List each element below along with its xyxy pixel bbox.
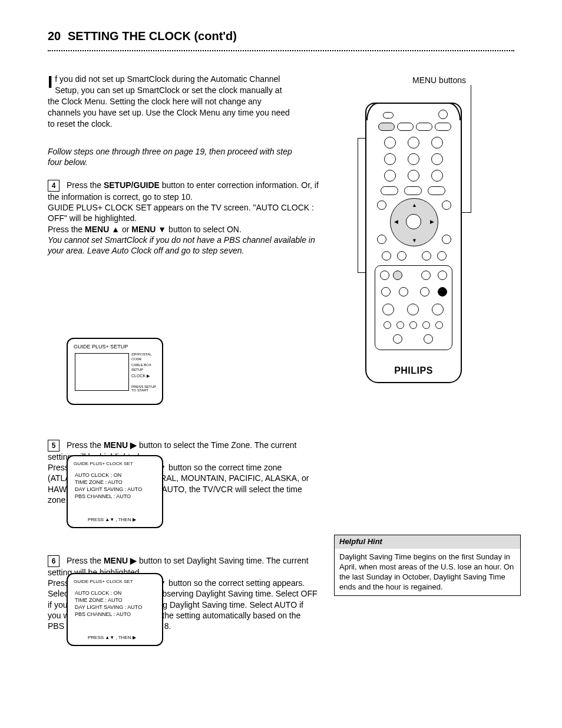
label-menu-buttons: MENU buttons — [412, 75, 466, 85]
remote-control: ▲ ▼ ◀ ▶ — [365, 103, 462, 383]
btn-oval-r1c1 — [378, 123, 395, 131]
tv-screen-2: GUIDE PLUS+ CLOCK SET AUTO CLOCK : ON TI… — [67, 455, 163, 528]
rule — [48, 50, 514, 51]
tv-screen-1: GUIDE PLUS+ SETUP ZIP/POSTAL CODE CABLE … — [67, 338, 163, 405]
leader-menu — [471, 85, 471, 212]
helpful-hint: Helpful Hint Daylight Saving Time begins… — [334, 535, 521, 596]
hint-title: Helpful Hint — [335, 535, 520, 549]
leader-setup-v — [358, 138, 358, 272]
step-number: 5 — [48, 440, 59, 452]
step-number: 4 — [48, 180, 59, 192]
intro-paragraph: I f you did not set up SmartClock during… — [48, 74, 295, 129]
dropcap: I — [48, 74, 52, 90]
power-icon — [438, 110, 448, 119]
hint-body: Daylight Saving Time begins on the first… — [335, 549, 520, 596]
tv-screen-3: GUIDE PLUS+ CLOCK SET AUTO CLOCK : ON TI… — [67, 573, 163, 646]
step-number: 6 — [48, 555, 59, 567]
intro-text: f you did not set up SmartClock during t… — [48, 74, 290, 129]
step-4: 4 Press the SETUP/GUIDE button to enter … — [48, 180, 319, 256]
follow-note: Follow steps one through three on page 1… — [48, 146, 295, 167]
page-number: 20 — [48, 29, 61, 43]
setup-guide-button — [393, 271, 402, 280]
menu-nav-pad: ▲ ▼ ◀ ▶ — [390, 198, 438, 246]
manual-page: 20 SETTING THE CLOCK (cont'd) I f you di… — [0, 0, 562, 728]
brand-logo: PHILIPS — [366, 365, 461, 376]
page-title: SETTING THE CLOCK (cont'd) — [68, 29, 237, 43]
